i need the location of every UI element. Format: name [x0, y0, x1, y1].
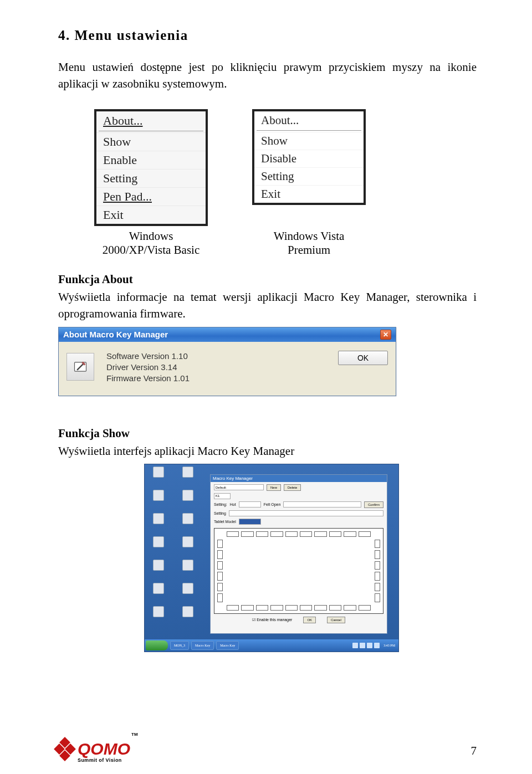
caption-premium: Windows Vista Premium [252, 229, 366, 257]
page-footer: QOMOTM Summit of Vision 7 [55, 739, 477, 763]
menu-item[interactable]: About... [254, 111, 364, 129]
macro-key-manager-window: Macro Key Manager Default New Delete K1 … [210, 474, 387, 634]
feltopen-field[interactable] [283, 501, 361, 508]
context-menu-basic: About... Show Enable Setting Pen Pad... … [94, 109, 208, 226]
hot-field[interactable] [239, 501, 261, 508]
taskbar-button[interactable]: MON_3 [170, 641, 189, 650]
version-line: Software Version 1.10 [106, 351, 326, 362]
logo-diamond-icon [55, 739, 74, 763]
tray-icon[interactable] [367, 643, 372, 648]
page-number: 7 [471, 744, 477, 758]
taskbar-button[interactable]: Macro Key [191, 641, 214, 650]
trademark-symbol: TM [131, 732, 138, 737]
menu-item[interactable]: Exit [96, 206, 206, 224]
logo-brand-text: QOMOTM [78, 740, 137, 758]
caption-basic: Windows 2000/XP/Vista Basic [94, 229, 208, 257]
show-description: Wyświietla interfejs aplikacji Macro Key… [58, 443, 477, 459]
hint-label: Setting [214, 511, 226, 515]
menu-item[interactable]: Exit [254, 185, 364, 203]
tablet-map-area [214, 528, 383, 614]
menu-item[interactable]: Setting [254, 167, 364, 185]
hint-field[interactable] [229, 510, 383, 516]
taskbar-button[interactable]: Macro Key [216, 641, 239, 650]
start-button[interactable] [146, 640, 168, 650]
windows-taskbar: MON_3 Macro Key Macro Key 3:43 PM [145, 639, 398, 652]
mkm-cancel-button[interactable]: Cancel [327, 617, 345, 623]
tablet-model-field[interactable] [239, 519, 261, 525]
mkm-ok-button[interactable]: OK [303, 617, 316, 623]
desktop-icons-column [147, 467, 202, 635]
mkm-titlebar: Macro Key Manager [211, 475, 387, 482]
confirm-button[interactable]: Confirm [364, 501, 383, 508]
about-version-text: Software Version 1.10 Driver Version 3.1… [106, 351, 326, 385]
key-field[interactable]: K1 [214, 493, 231, 499]
version-line: Firmware Version 1.01 [106, 373, 326, 384]
system-tray: 3:43 PM [352, 643, 397, 648]
tray-icon[interactable] [374, 643, 380, 648]
enable-checkbox[interactable]: ☑ Enable this manager [252, 618, 292, 622]
radio-feltopen[interactable]: Felt Open [264, 503, 281, 506]
menu-item[interactable]: Show [254, 132, 364, 150]
tablet-model-label: Tablet Model [214, 520, 236, 524]
menu-item[interactable]: About... [96, 111, 206, 130]
about-subhead: Funkcja About [58, 273, 477, 286]
close-icon[interactable]: ✕ [380, 330, 391, 340]
show-subhead: Funkcja Show [58, 427, 477, 440]
menu-item[interactable]: Enable [96, 151, 206, 169]
menu-item[interactable]: Setting [96, 169, 206, 187]
new-button[interactable]: New [267, 484, 281, 491]
about-title-text: About Macro Key Manager [63, 330, 168, 339]
tray-icon[interactable] [352, 643, 358, 648]
menu-item[interactable]: Pen Pad... [96, 187, 206, 206]
about-dialog-body: Software Version 1.10 Driver Version 3.1… [59, 342, 396, 396]
delete-button[interactable]: Delete [284, 484, 301, 491]
qomo-logo: QOMOTM Summit of Vision [55, 739, 137, 763]
intro-paragraph: Menu ustawień dostępne jest po kliknięci… [58, 59, 477, 93]
about-dialog: About Macro Key Manager ✕ Software Versi… [58, 327, 396, 396]
tray-icon[interactable] [360, 643, 365, 648]
menu-divider [99, 131, 203, 131]
menu-captions-row: Windows 2000/XP/Vista Basic Windows Vist… [94, 229, 477, 257]
setting-label: Setting: [214, 503, 227, 506]
menu-item[interactable]: Disable [254, 150, 364, 167]
about-description: Wyświietla informacje na temat wersji ap… [58, 289, 477, 322]
section-heading: 4. Menu ustawienia [58, 28, 477, 43]
context-menu-premium: About... Show Disable Setting Exit [252, 109, 366, 205]
taskbar-clock: 3:43 PM [381, 644, 397, 647]
context-menus-row: About... Show Enable Setting Pen Pad... … [94, 109, 477, 226]
version-line: Driver Version 3.14 [106, 362, 326, 373]
pencil-tablet-icon [66, 353, 94, 381]
profile-select[interactable]: Default [214, 484, 264, 490]
radio-hot[interactable]: Hot [230, 503, 236, 506]
menu-item[interactable]: Show [96, 132, 206, 151]
menu-divider [257, 130, 361, 131]
ok-button[interactable]: OK [338, 351, 388, 365]
about-dialog-titlebar: About Macro Key Manager ✕ [59, 327, 396, 342]
show-desktop-screenshot: Macro Key Manager Default New Delete K1 … [144, 464, 399, 652]
